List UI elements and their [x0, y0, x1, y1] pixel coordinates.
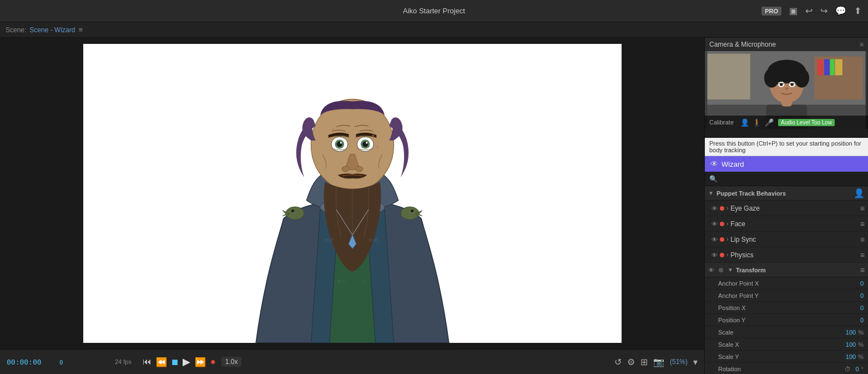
scale-value[interactable]: 100 [846, 329, 856, 336]
puppet-track-section-header[interactable]: ▼ Puppet Track Behaviors 👤 [705, 186, 868, 201]
position-x-label: Position X [718, 305, 858, 311]
eye-gaze-visibility-icon[interactable]: 👁 [711, 205, 718, 212]
anchor-point-x-label: Anchor Point X [718, 280, 858, 287]
camera-bottom-bar: Calibrate 👤 🚶 🎤 Audio Level Too Low [705, 116, 868, 129]
position-y-value[interactable]: 0 [860, 317, 864, 323]
status-icons: 👤 🚶 🎤 [740, 118, 774, 127]
audio-warning-badge: Audio Level Too Low [778, 119, 835, 126]
transform-eye-icon[interactable]: 👁 [708, 267, 714, 273]
undo-button[interactable]: ↩ [805, 6, 813, 16]
eye-gaze-menu-icon[interactable]: ≡ [860, 204, 865, 213]
monitor-icon: ▣ [789, 6, 798, 16]
play-button[interactable]: ▶ [183, 356, 190, 368]
search-bar: 🔍 [705, 172, 868, 186]
scale-x-label: Scale X [718, 341, 844, 348]
scale-row: Scale 100 % [705, 326, 868, 338]
camera-header: Camera & Microphone ≡ [705, 38, 868, 51]
tooltip-text: Press this button (Ctrl+P) to set your s… [709, 140, 861, 153]
camera-menu-icon[interactable]: ≡ [860, 41, 864, 48]
svg-text:ᚱᚢᚾᛖ: ᚱᚢᚾᛖ [325, 238, 334, 242]
physics-expand-icon[interactable]: › [726, 252, 728, 258]
face-visibility-icon[interactable]: 👁 [711, 221, 718, 227]
lip-sync-behavior-row[interactable]: 👁 › Lip Sync ≡ [705, 232, 868, 247]
record-button[interactable]: ● [210, 357, 216, 367]
stop-button[interactable]: ■ [171, 356, 178, 368]
add-behavior-icon[interactable]: 👤 [854, 188, 865, 198]
puppet-track-section-label: Puppet Track Behaviors [716, 190, 851, 197]
eye-gaze-label: Eye Gaze [730, 205, 857, 212]
refresh-button[interactable]: ↺ [614, 357, 622, 367]
svg-point-15 [332, 128, 334, 129]
physics-behavior-row[interactable]: 👁 › Physics ≡ [705, 247, 868, 263]
eye-gaze-expand-icon[interactable]: › [726, 205, 728, 211]
position-x-value[interactable]: 0 [860, 305, 864, 311]
physics-menu-icon[interactable]: ≡ [860, 251, 865, 260]
canvas-area: ᚱᚢᚾᛖ ᚱᚢᚾᛖ ᛗᚨᚷᛁ ᚲᚨᛚ 00:00 [0, 38, 704, 374]
lip-sync-expand-icon[interactable]: › [726, 236, 728, 242]
timecode: 00:00:00 [7, 358, 57, 366]
speed-control[interactable]: 1.0x [221, 357, 242, 367]
anchor-point-y-value[interactable]: 0 [860, 292, 864, 299]
scale-x-value[interactable]: 100 [846, 341, 856, 348]
top-bar-right: PRO ▣ ↩ ↪ 💬 ⬆ [761, 6, 861, 16]
face-expand-icon[interactable]: › [726, 221, 728, 227]
search-input[interactable] [721, 176, 864, 182]
transform-section-label: Transform [736, 267, 857, 273]
lip-sync-visibility-icon[interactable]: 👁 [711, 236, 718, 243]
mic-icon: 🎤 [765, 118, 774, 127]
svg-text:ᚲᚨᛚ: ᚲᚨᛚ [360, 280, 367, 283]
transform-section-header[interactable]: 👁 ▼ Transform ≡ [705, 263, 868, 277]
svg-point-13 [355, 166, 362, 172]
camera-panel: Camera & Microphone ≡ [705, 38, 868, 138]
scale-y-label: Scale Y [718, 353, 844, 360]
share-button[interactable]: ⬆ [854, 6, 861, 16]
chat-icon[interactable]: 💬 [835, 6, 846, 16]
svg-point-43 [792, 68, 803, 79]
step-back-button[interactable]: ⏪ [156, 357, 167, 367]
rotation-value[interactable]: 0 [855, 366, 859, 372]
bottom-right-tools: ↺ ⚙ ⊞ 📷 (51%) ▾ [614, 357, 698, 367]
svg-rect-31 [824, 59, 830, 75]
settings-button[interactable]: ⚙ [627, 357, 635, 367]
eye-gaze-active-dot [720, 206, 724, 211]
zoom-dropdown-icon[interactable]: ▾ [693, 357, 698, 367]
svg-point-14 [371, 134, 374, 137]
svg-rect-30 [817, 59, 824, 75]
eye-gaze-behavior-row[interactable]: 👁 › Eye Gaze ≡ [705, 201, 868, 216]
position-y-row: Position Y 0 [705, 314, 868, 326]
fps-label: 24 fps [115, 358, 132, 365]
svg-point-22 [285, 207, 304, 220]
face-menu-icon[interactable]: ≡ [860, 220, 865, 228]
camera-button[interactable]: 📷 [653, 357, 664, 367]
right-panel: Camera & Microphone ≡ [704, 38, 868, 374]
scene-menu-icon[interactable]: ≡ [78, 26, 83, 34]
main-content: ᚱᚢᚾᛖ ᚱᚢᚾᛖ ᛗᚨᚷᛁ ᚲᚨᛚ 00:00 [0, 38, 868, 374]
camera-panel-title: Camera & Microphone [709, 41, 776, 48]
zoom-level[interactable]: (51%) [670, 358, 688, 366]
scene-name[interactable]: Scene - Wizard [29, 26, 75, 34]
rotation-clock-icon: ⏱ [845, 366, 851, 372]
svg-point-12 [341, 166, 349, 172]
transform-menu-icon[interactable]: ≡ [860, 266, 865, 275]
face-behavior-row[interactable]: 👁 › Face ≡ [705, 216, 868, 232]
go-to-start-button[interactable]: ⏮ [143, 357, 152, 367]
svg-text:ᚱᚢᚾᛖ: ᚱᚢᚾᛖ [368, 238, 377, 242]
timecode-display: 00:00:00 0 [7, 358, 109, 366]
svg-text:ᛗᚨᚷᛁ: ᛗᚨᚷᛁ [337, 280, 346, 283]
physics-visibility-icon[interactable]: 👁 [711, 252, 718, 258]
svg-point-24 [400, 207, 418, 220]
lip-sync-active-dot [720, 237, 724, 242]
rotation-row: Rotation ⏱ 0 ° [705, 363, 868, 374]
scale-y-value[interactable]: 100 [846, 353, 856, 360]
redo-button[interactable]: ↪ [820, 6, 827, 16]
anchor-point-y-label: Anchor Point Y [718, 292, 858, 299]
anchor-point-y-row: Anchor Point Y 0 [705, 290, 868, 302]
calibrate-button[interactable]: Calibrate [709, 119, 734, 126]
section-collapse-icon2: ▼ [728, 267, 733, 273]
step-forward-button[interactable]: ⏩ [195, 357, 206, 367]
scene-label: Scene: [6, 26, 26, 34]
anchor-point-x-value[interactable]: 0 [860, 280, 864, 287]
layout-button[interactable]: ⊞ [640, 357, 648, 367]
lip-sync-menu-icon[interactable]: ≡ [860, 235, 865, 244]
wizard-illustration: ᚱᚢᚾᛖ ᚱᚢᚾᛖ ᛗᚨᚷᛁ ᚲᚨᛚ [83, 44, 622, 343]
